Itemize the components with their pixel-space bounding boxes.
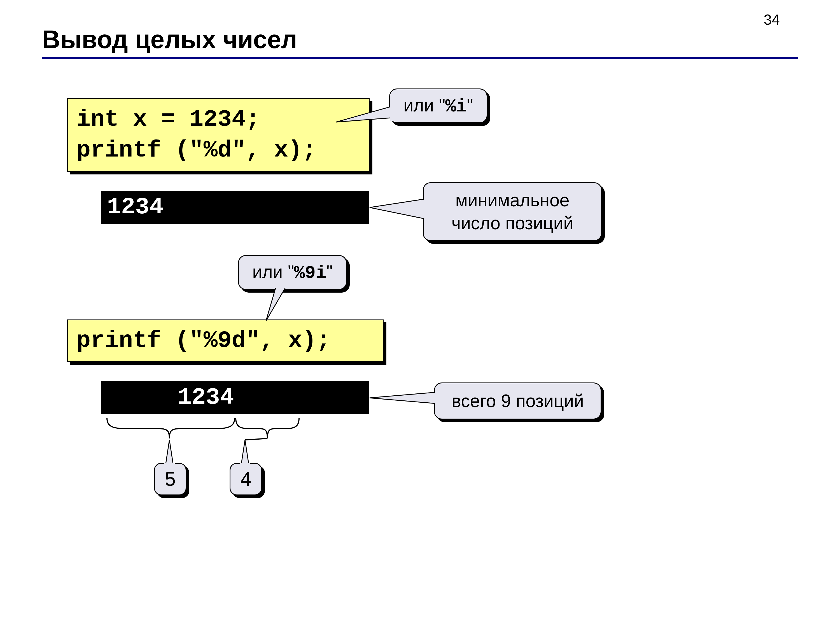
- callout-total-positions: всего 9 позиций: [434, 382, 602, 420]
- pointer-total-positions: [369, 390, 437, 406]
- title-rule: [42, 57, 798, 59]
- code1-line1: int x = 1234;: [76, 106, 260, 133]
- svg-marker-6: [369, 392, 436, 403]
- svg-marker-10: [242, 440, 249, 464]
- code1-line2: printf ("%d", x);: [76, 137, 316, 164]
- callout-9i-suffix: ": [327, 262, 333, 282]
- callout-9i-prefix: или ": [252, 262, 294, 282]
- slide-content: int x = 1234; printf ("%d", x); или "%i"…: [42, 59, 798, 591]
- callout-min-line1: минимальное: [435, 189, 590, 212]
- pointer-min-positions: [369, 196, 426, 221]
- brace-left: [107, 418, 235, 465]
- svg-marker-2: [369, 199, 424, 219]
- brace-right: [236, 418, 299, 465]
- output-2: 1234: [101, 381, 369, 414]
- output-1: 1234: [101, 191, 369, 224]
- callout-i-suffix: ": [467, 95, 473, 115]
- brace-count-right: 4: [230, 463, 262, 495]
- slide-title: Вывод целых чисел: [42, 25, 798, 54]
- callout-9i-code: %9i: [294, 263, 326, 283]
- svg-marker-8: [166, 440, 173, 464]
- callout-percent-i: или "%i": [389, 88, 488, 123]
- code-block-2: printf ("%9d", x);: [67, 319, 384, 362]
- pointer-percent-9i: [266, 284, 288, 321]
- brace-count-left: 5: [154, 463, 186, 495]
- callout-i-prefix: или ": [403, 95, 445, 115]
- code-block-1: int x = 1234; printf ("%d", x);: [67, 98, 369, 172]
- callout-min-positions: минимальное число позиций: [423, 182, 602, 241]
- svg-marker-4: [266, 287, 286, 321]
- svg-line-12: [245, 439, 267, 440]
- callout-min-line2: число позиций: [435, 212, 590, 235]
- page-number: 34: [764, 11, 780, 28]
- callout-percent-9i: или "%9i": [238, 255, 347, 290]
- callout-i-code: %i: [445, 96, 467, 117]
